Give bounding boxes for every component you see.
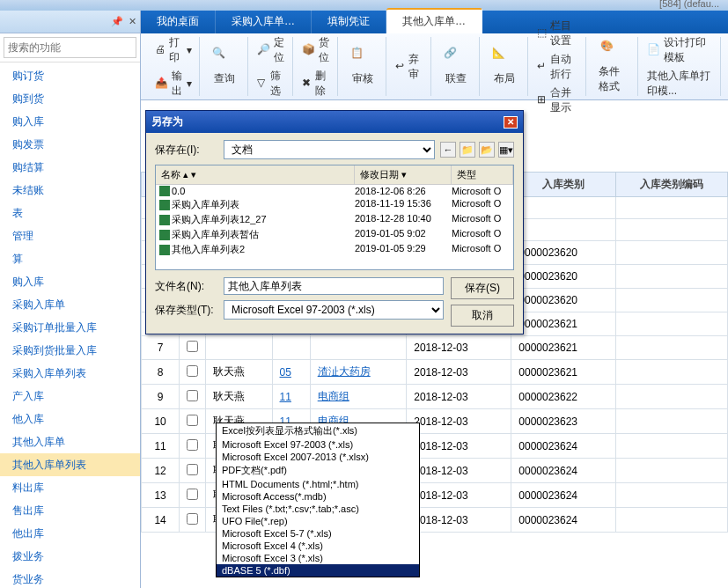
row-checkbox[interactable] — [187, 513, 198, 525]
printtpl-button[interactable]: 其他入库单打印模... — [643, 67, 717, 100]
nav-item[interactable]: 其他入库单列表 — [0, 453, 140, 476]
nav-item[interactable]: 表 — [0, 202, 140, 224]
nav-item[interactable]: 购结算 — [0, 156, 140, 179]
dropdown-option[interactable]: dBASE 5 (*.dbf) — [217, 564, 419, 577]
nav-item[interactable]: 购发票 — [0, 133, 140, 156]
save-as-dialog: 另存为 ✕ 保存在(I): 文档 ← 📁 📂 ▦▾ 名称 ▴ ▾ 修改日期 ▾ … — [145, 110, 524, 334]
nav-item[interactable]: 购入库 — [0, 270, 140, 293]
nav-item[interactable]: 其他入库单 — [0, 430, 140, 453]
autowrap-button[interactable]: ↵自动折行 — [533, 50, 582, 84]
dialog-close-button[interactable]: ✕ — [504, 116, 518, 129]
nav-item[interactable]: 未结账 — [0, 179, 140, 202]
col-name[interactable]: 名称 ▴ ▾ — [156, 165, 355, 184]
table-row[interactable]: 8 耿天燕 05 渣沚大药房 2018-12-03 0000023621 — [142, 360, 728, 385]
table-row[interactable]: 9 耿天燕 11 电商组 2018-12-03 0000023622 — [142, 385, 728, 409]
tab[interactable]: 其他入库单… — [386, 8, 482, 33]
colset-button[interactable]: ⬚栏目设置 — [533, 17, 582, 50]
excel-icon — [159, 200, 170, 210]
file-list: 名称 ▴ ▾ 修改日期 ▾ 类型 0.02018-12-06 8:26Micro… — [155, 165, 514, 270]
nav-item[interactable]: 管理 — [0, 224, 140, 247]
nav-item[interactable]: 售出库 — [0, 499, 140, 522]
designtpl-button[interactable]: 📄设计打印模板 — [643, 33, 717, 67]
nav-item[interactable]: 采购入库单列表 — [0, 362, 140, 385]
savetype-dropdown[interactable]: Excel按列表显示格式输出(*.xls)Microsoft Excel 97-… — [216, 423, 420, 577]
close-icon[interactable]: ✕ — [129, 16, 136, 27]
tabs: 我的桌面采购入库单…填制凭证其他入库单… — [141, 11, 728, 33]
excel-icon — [159, 215, 170, 225]
stock-button[interactable]: 📦货位 — [298, 33, 334, 67]
newfolder-icon[interactable]: 📂 — [479, 142, 495, 158]
nav-item[interactable]: 购订货 — [0, 64, 140, 87]
layout-button[interactable]: 📐布局 — [487, 45, 522, 88]
file-row[interactable]: 其他入库单列表22019-01-05 9:29Microsoft O — [156, 242, 513, 257]
nav-item[interactable]: 料出库 — [0, 476, 140, 499]
file-row[interactable]: 0.02018-12-06 8:26Microsoft O — [156, 185, 513, 197]
table-header[interactable]: 入库类别编码 — [616, 173, 728, 197]
dropdown-option[interactable]: Microsoft Access(*.mdb) — [217, 490, 419, 503]
row-checkbox[interactable] — [187, 390, 198, 401]
dropdown-option[interactable]: Excel按列表显示格式输出(*.xls) — [217, 423, 419, 438]
tab[interactable]: 采购入库单… — [216, 10, 312, 33]
abandon-button[interactable]: ↩弃审 — [392, 50, 427, 84]
locate-button[interactable]: 🔎定位 — [254, 33, 289, 67]
dropdown-option[interactable]: Microsoft Excel 5-7 (*.xls) — [217, 527, 419, 540]
save-button[interactable]: 保存(S) — [451, 277, 514, 299]
filename-input[interactable] — [224, 277, 444, 295]
nav-item[interactable]: 他入库 — [0, 408, 140, 430]
left-panel: 📌 ✕ 购订货购到货购入库购发票购结算未结账表管理算购入库采购入库单采购订单批量… — [0, 11, 141, 588]
window-title: [584] (defau... — [659, 0, 719, 9]
row-checkbox[interactable] — [187, 439, 198, 451]
dropdown-option[interactable]: Microsoft Excel 97-2003 (*.xls) — [217, 438, 419, 451]
cancel-button[interactable]: 取消 — [451, 305, 514, 327]
save-in-select[interactable]: 文档 — [224, 140, 435, 159]
filter-button[interactable]: ▽筛选 — [254, 67, 289, 100]
nav-item[interactable]: 购入库 — [0, 110, 140, 133]
query-button[interactable]: 🔍查询 — [207, 45, 242, 88]
ribbon: 🖨打印 ▾ 📤输出 ▾ 🔍查询 🔎定位 ▽筛选 📦货位 ✖删除 📋审核 ↩弃审 — [141, 33, 728, 100]
dropdown-option[interactable]: Microsoft Excel 3 (*.xls) — [217, 552, 419, 564]
up-icon[interactable]: 📁 — [460, 142, 475, 158]
dropdown-option[interactable]: Microsoft Excel 4 (*.xls) — [217, 540, 419, 552]
viewmode-icon[interactable]: ▦▾ — [498, 142, 514, 158]
print-button[interactable]: 🖨打印 ▾ — [151, 33, 195, 67]
back-icon[interactable]: ← — [440, 142, 456, 158]
export-button[interactable]: 📤输出 ▾ — [151, 67, 195, 100]
tab[interactable]: 填制凭证 — [312, 10, 386, 33]
row-checkbox[interactable] — [187, 341, 198, 352]
table-row[interactable]: 7 2018-12-03 0000023621 — [142, 336, 728, 360]
pin-icon[interactable]: 📌 — [111, 16, 123, 27]
tab[interactable]: 我的桌面 — [141, 10, 216, 33]
row-checkbox[interactable] — [187, 415, 198, 426]
file-row[interactable]: 采购入库单列表12_272018-12-28 10:40Microsoft O — [156, 212, 513, 227]
nav-item[interactable]: 产入库 — [0, 385, 140, 408]
col-type[interactable]: 类型 — [452, 165, 513, 184]
audit-button[interactable]: 📋审核 — [345, 45, 380, 88]
nav-item[interactable]: 采购订单批量入库 — [0, 316, 140, 339]
nav-item[interactable]: 货业务 — [0, 568, 140, 588]
save-in-label: 保存在(I): — [155, 143, 218, 158]
row-checkbox[interactable] — [187, 489, 198, 500]
nav-item[interactable]: 拨业务 — [0, 545, 140, 568]
table-header[interactable]: 入库类别 — [511, 173, 616, 197]
dropdown-option[interactable]: PDF文档(*.pdf) — [217, 463, 419, 478]
dropdown-option[interactable]: Microsoft Excel 2007-2013 (*.xlsx) — [217, 451, 419, 463]
nav-item[interactable]: 算 — [0, 247, 140, 270]
dropdown-option[interactable]: Text Files (*.txt;*.csv;*.tab;*.asc) — [217, 503, 419, 515]
col-date[interactable]: 修改日期 ▾ — [355, 165, 452, 184]
nav-item[interactable]: 购到货 — [0, 87, 140, 110]
condfmt-button[interactable]: 🎨条件格式 — [593, 38, 632, 96]
dropdown-option[interactable]: UFO File(*.rep) — [217, 515, 419, 527]
file-row[interactable]: 采购入库单列表暂估2019-01-05 9:02Microsoft O — [156, 227, 513, 242]
nav-item[interactable]: 他出库 — [0, 522, 140, 545]
link-button[interactable]: 🔗联查 — [438, 45, 474, 88]
dropdown-option[interactable]: HTML Documents (*.html;*.htm) — [217, 478, 419, 490]
row-checkbox[interactable] — [187, 464, 198, 475]
row-checkbox[interactable] — [187, 365, 198, 377]
dialog-title: 另存为 — [151, 114, 183, 129]
file-row[interactable]: 采购入库单列表2018-11-19 15:36Microsoft O — [156, 197, 513, 212]
nav-item[interactable]: 采购入库单 — [0, 293, 140, 316]
delete-button[interactable]: ✖删除 — [298, 67, 334, 100]
search-input[interactable] — [4, 37, 136, 58]
nav-item[interactable]: 采购到货批量入库 — [0, 339, 140, 362]
savetype-select[interactable]: Microsoft Excel 97-2003 (*.xls) — [224, 300, 444, 320]
